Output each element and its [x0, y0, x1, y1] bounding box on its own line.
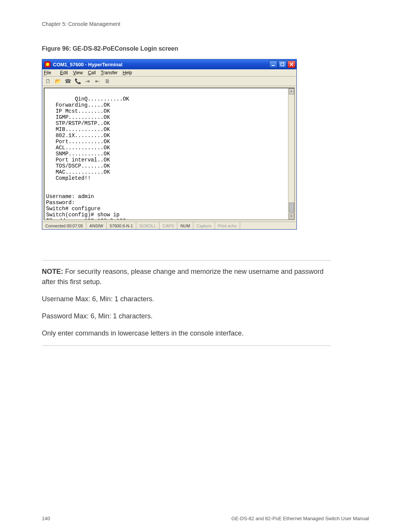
status-connected: Connected 00:07:05 [42, 222, 86, 229]
receiver-icon[interactable]: 📞 [74, 78, 81, 85]
app-icon [45, 61, 51, 67]
chapter-header: Chapter 5: Console Management [42, 21, 369, 27]
password-constraint: Password Max: 6, Min: 1 characters. [42, 311, 331, 321]
svg-rect-0 [272, 65, 275, 66]
page-number: 140 [42, 516, 50, 521]
lowercase-instruction: Only enter commands in lowercase letters… [42, 328, 331, 339]
status-baud: 57600 8-N-1 [107, 222, 136, 229]
menu-file[interactable]: File [44, 70, 55, 75]
window-title: COM1_57600 - HyperTerminal [53, 62, 269, 67]
menu-transfer[interactable]: Transfer [101, 70, 118, 75]
status-capture: Capture [193, 222, 215, 229]
divider [42, 260, 331, 260]
terminal-scrollbar[interactable]: ▴ ▾ [288, 88, 294, 219]
scroll-up-icon[interactable]: ▴ [289, 88, 294, 94]
body-text: NOTE: For security reasons, please chang… [42, 260, 331, 346]
menu-edit[interactable]: Edit [60, 70, 68, 75]
maximize-button[interactable] [278, 61, 287, 68]
hyperterminal-window: COM1_57600 - HyperTerminal File Edit Vie… [42, 59, 297, 230]
note-paragraph: NOTE: For security reasons, please chang… [42, 267, 331, 287]
close-button[interactable] [287, 61, 296, 68]
menu-help[interactable]: Help [123, 70, 132, 75]
menubar: File Edit View Call Transfer Help [42, 69, 296, 77]
status-scroll: SCROLL [136, 222, 159, 229]
titlebar[interactable]: COM1_57600 - HyperTerminal [42, 59, 296, 69]
send-icon[interactable]: ⇥ [84, 78, 91, 85]
scroll-thumb[interactable] [289, 203, 294, 212]
terminal-text: QinQ...........OK Forwarding.....OK IP M… [46, 96, 129, 220]
receive-icon[interactable]: ⇤ [94, 78, 101, 85]
doc-title: GE-DS-82 and 82-PoE Ethernet Managed Swi… [231, 516, 369, 521]
toolbar: 🗋 📂 ☎ 📞 ⇥ ⇤ 🗎 [42, 77, 296, 86]
minimize-button[interactable] [269, 61, 277, 68]
menu-call[interactable]: Call [88, 70, 96, 75]
scroll-down-icon[interactable]: ▾ [289, 213, 294, 219]
terminal-container: QinQ...........OK Forwarding.....OK IP M… [42, 86, 296, 222]
statusbar: Connected 00:07:05 ANSIW 57600 8-N-1 SCR… [42, 222, 296, 229]
status-caps: CAPS [159, 222, 177, 229]
status-encoding: ANSIW [86, 222, 107, 229]
terminal[interactable]: QinQ...........OK Forwarding.....OK IP M… [44, 88, 295, 220]
phone-icon[interactable]: ☎ [64, 78, 71, 85]
open-icon[interactable]: 📂 [54, 78, 61, 85]
username-constraint: Username Max: 6, Min: 1 characters. [42, 294, 331, 304]
status-printecho: Print echo [215, 222, 241, 229]
svg-rect-1 [281, 63, 284, 66]
figure-caption: Figure 96: GE-DS-82-PoEConsole Login scr… [42, 45, 369, 52]
note-label: NOTE: [42, 268, 63, 275]
properties-icon[interactable]: 🗎 [104, 78, 111, 85]
divider [42, 345, 331, 346]
note-text-1: For security reasons, please change and … [42, 268, 323, 286]
page-footer: 140 GE-DS-82 and 82-PoE Ethernet Managed… [42, 516, 369, 521]
menu-view[interactable]: View [73, 70, 83, 75]
new-doc-icon[interactable]: 🗋 [45, 78, 51, 85]
status-num: NUM [177, 222, 193, 229]
